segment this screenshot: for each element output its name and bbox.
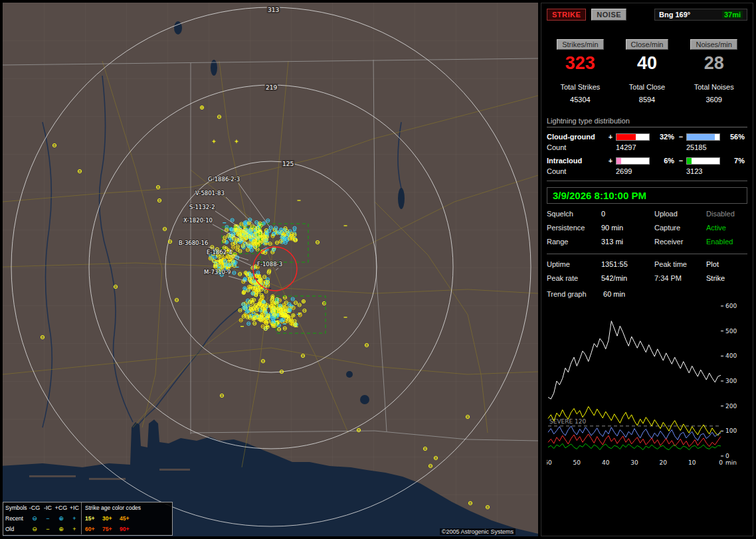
svg-text:60: 60 bbox=[547, 459, 552, 466]
ic-minus-sign: − bbox=[677, 157, 685, 165]
noises-per-min-button[interactable]: Noises/min bbox=[690, 39, 737, 50]
ic-plus-pct: 6% bbox=[651, 157, 674, 165]
upload-label: Upload bbox=[654, 210, 706, 218]
status-row-1: Uptime 1351:55 Peak time Plot bbox=[547, 260, 747, 268]
noises-rate: 28 bbox=[680, 53, 747, 74]
peaktime-value: 7:34 PM bbox=[654, 274, 706, 282]
svg-text:300: 300 bbox=[725, 378, 737, 384]
total-close-value: 8594 bbox=[614, 96, 681, 104]
svg-text:S-1132-2: S-1132-2 bbox=[189, 204, 215, 210]
old-nic-icon: − bbox=[41, 526, 54, 532]
total-close-label: Total Close bbox=[614, 83, 681, 91]
strikes-column: Strikes/min 323 Total Strikes 45304 bbox=[547, 39, 614, 104]
trend-graph-label: Trend graph bbox=[547, 290, 601, 298]
cloud-ground-counts: Count 14297 25185 bbox=[547, 143, 747, 151]
peakrate-value: 542/min bbox=[601, 274, 654, 282]
svg-text:F-1088-3: F-1088-3 bbox=[257, 261, 282, 268]
recent-ncg-icon: ⊖ bbox=[28, 515, 41, 522]
legend-old-label: Old bbox=[5, 526, 28, 532]
settings-row-2: Persistence 90 min Capture Active bbox=[547, 224, 747, 232]
bearing-value: Bng 169° bbox=[659, 11, 690, 19]
old-pic-icon: + bbox=[68, 526, 81, 532]
intracloud-counts: Count 2699 3123 bbox=[547, 167, 747, 175]
svg-text:10: 10 bbox=[688, 459, 696, 466]
peakrate-label: Peak rate bbox=[547, 274, 601, 282]
squelch-value: 0 bbox=[601, 210, 654, 218]
settings-row-1: Squelch 0 Upload Disabled bbox=[547, 210, 747, 218]
lightning-map[interactable]: G-1886-2-3V-5801-83S-1132-2X-1820-10B-36… bbox=[3, 3, 538, 536]
ic-count-label: Count bbox=[547, 167, 616, 175]
status-row-2: Peak rate 542/min 7:34 PM Strike bbox=[547, 274, 747, 282]
control-panel: STRIKE NOISE Bng 169° 37mi Strikes/min 3… bbox=[541, 3, 753, 536]
rate-stats: Strikes/min 323 Total Strikes 45304 Clos… bbox=[547, 39, 747, 104]
svg-text:0: 0 bbox=[725, 453, 729, 459]
legend-recent-label: Recent bbox=[5, 515, 28, 522]
cg-minus-sign: − bbox=[677, 133, 685, 141]
cg-minus-pct: 56% bbox=[721, 133, 745, 141]
svg-text:500: 500 bbox=[725, 328, 737, 335]
ic-minus-fill bbox=[687, 158, 692, 164]
copyright: ©2005 Astrogenic Systems bbox=[440, 528, 516, 535]
legend-age-title: Strike age color codes bbox=[81, 502, 170, 513]
uptime-label: Uptime bbox=[547, 260, 601, 268]
legend-head-nic: -IC bbox=[41, 504, 54, 511]
recent-pic-icon: + bbox=[68, 515, 81, 522]
trend-window-value: 60 min bbox=[603, 290, 625, 298]
persistence-label: Persistence bbox=[547, 224, 601, 232]
trend-chart: SEVERE 120600500400300200100060504030201… bbox=[547, 301, 747, 468]
plot-label: Plot bbox=[706, 260, 747, 268]
range-value: 313 mi bbox=[601, 238, 654, 246]
noise-indicator-button[interactable]: NOISE bbox=[591, 9, 626, 21]
age-90: 90+ bbox=[120, 526, 137, 532]
intracloud-row: Intracloud + 6% − 7% bbox=[547, 157, 747, 165]
svg-text:600: 600 bbox=[725, 303, 737, 309]
cg-plus-sign: + bbox=[607, 133, 614, 141]
cg-minus-fill bbox=[687, 134, 715, 140]
cg-plus-count: 14297 bbox=[616, 143, 686, 151]
intracloud-label: Intracloud bbox=[547, 157, 607, 165]
age-60: 60+ bbox=[85, 526, 102, 532]
ic-minus-pct: 7% bbox=[721, 157, 745, 165]
svg-text:400: 400 bbox=[725, 352, 737, 359]
svg-text:313: 313 bbox=[268, 7, 279, 13]
svg-text:200: 200 bbox=[725, 403, 737, 410]
distribution-title: Lightning type distribution bbox=[547, 117, 747, 127]
svg-text:50: 50 bbox=[573, 459, 581, 466]
trend-graph-row: Trend graph 60 min bbox=[547, 290, 747, 298]
close-rate: 40 bbox=[614, 53, 681, 74]
svg-text:X-1820-10: X-1820-10 bbox=[183, 217, 213, 224]
close-column: Close/min 40 Total Close 8594 bbox=[614, 39, 681, 104]
squelch-label: Squelch bbox=[547, 210, 601, 218]
upload-value: Disabled bbox=[706, 210, 747, 218]
legend-symbols-label: Symbols bbox=[5, 504, 28, 511]
cg-minus-bar bbox=[686, 133, 720, 141]
ic-minus-count: 3123 bbox=[686, 167, 747, 175]
close-per-min-button[interactable]: Close/min bbox=[626, 39, 669, 50]
recent-pcg-icon: ⊕ bbox=[54, 515, 68, 522]
legend-age-row-1: 15+30+45+ bbox=[81, 513, 170, 524]
age-75: 75+ bbox=[102, 526, 120, 532]
ic-plus-sign: + bbox=[607, 157, 614, 165]
capture-label: Capture bbox=[654, 224, 706, 232]
capture-value: Active bbox=[706, 224, 747, 232]
recent-nic-icon: − bbox=[41, 515, 54, 522]
cg-plus-bar bbox=[616, 133, 650, 141]
svg-text:40: 40 bbox=[602, 459, 610, 466]
strikes-per-min-button[interactable]: Strikes/min bbox=[557, 39, 603, 50]
svg-text:V-5801-83: V-5801-83 bbox=[195, 190, 225, 196]
svg-text:100: 100 bbox=[725, 427, 737, 434]
svg-text:30: 30 bbox=[630, 459, 638, 466]
peaktime-label: Peak time bbox=[654, 260, 706, 268]
age-30: 30+ bbox=[102, 515, 120, 522]
range-label: Range bbox=[547, 238, 601, 246]
svg-text:0: 0 bbox=[719, 459, 723, 466]
svg-text:125: 125 bbox=[282, 161, 294, 167]
old-pcg-icon: ⊕ bbox=[54, 526, 68, 532]
cg-plus-fill bbox=[616, 134, 636, 140]
datetime-display: 3/9/2026 8:10:00 PM bbox=[547, 187, 747, 204]
svg-text:min: min bbox=[725, 459, 737, 466]
old-ncg-icon: ⊖ bbox=[28, 526, 41, 532]
cg-minus-count: 25185 bbox=[686, 143, 747, 151]
age-15: 15+ bbox=[85, 515, 102, 522]
strike-indicator-button[interactable]: STRIKE bbox=[547, 9, 586, 21]
